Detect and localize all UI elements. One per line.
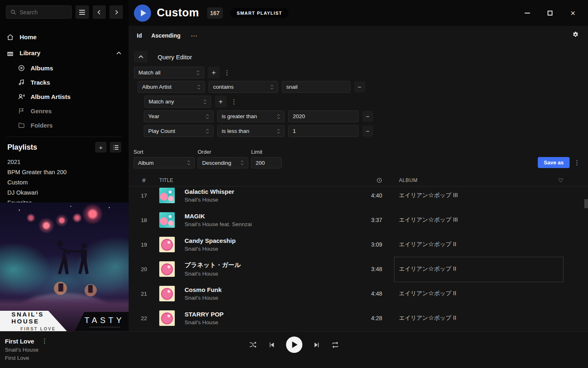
table-row[interactable]: 20 プラネット・ガールSnail’s House 3:48 エイリアン☆ポップ… (129, 257, 588, 281)
minus-icon: − (366, 128, 370, 135)
scrollbar-thumb[interactable] (584, 199, 588, 208)
rule-operator-select[interactable]: is less than (217, 125, 285, 137)
rule-value-input[interactable] (282, 81, 350, 93)
sidebar-item-folders[interactable]: Folders (18, 118, 121, 132)
plus-icon: + (219, 98, 223, 106)
minimize-button[interactable] (522, 8, 532, 18)
gear-icon[interactable] (572, 31, 579, 38)
track-artist: Snail’s House feat. Sennzai (185, 221, 360, 227)
rule-field-select[interactable]: Play Count (144, 125, 214, 137)
sidebar-item-tracks[interactable]: Tracks (18, 75, 121, 90)
sidebar-item-genres[interactable]: Genres (18, 104, 121, 118)
playlist-item[interactable]: 2021 (7, 157, 121, 167)
shuffle-icon[interactable] (249, 341, 257, 348)
playlist-item[interactable]: BPM Greater than 200 (7, 167, 121, 177)
table-row[interactable]: 21 Cosmo FunkSnail’s House 4:48 エイリアン☆ポッ… (129, 281, 588, 306)
playback-controls (249, 337, 339, 353)
limit-label: Limit (251, 149, 262, 155)
track-album: エイリアン☆ポップ III (385, 187, 574, 208)
track-title: MAGIK (185, 213, 360, 220)
sidebar-item-label: Genres (31, 108, 52, 114)
artist-icon (18, 93, 25, 100)
rule-field-select[interactable]: Year (144, 110, 214, 122)
track-number: 22 (129, 315, 159, 321)
select-caret-icon (187, 160, 190, 165)
track-number: 20 (129, 266, 159, 272)
close-icon: × (570, 9, 575, 17)
select-caret-icon (206, 129, 209, 134)
sort-direction-button[interactable]: Ascending (151, 32, 180, 39)
sidebar-toolbar (0, 0, 129, 19)
now-playing-menu-icon[interactable]: ⋮ (42, 337, 48, 345)
sidebar-item-album-artists[interactable]: Album Artists (18, 90, 121, 104)
chevron-up-icon[interactable] (116, 52, 121, 55)
column-duration[interactable] (360, 177, 385, 183)
rule-operator-select[interactable]: is greater than (217, 110, 285, 122)
play-playlist-button[interactable] (134, 4, 151, 22)
group-menu-icon[interactable]: ⋮ (230, 98, 238, 105)
now-playing-info: First Love ⋮ Snail’s House First Love (5, 337, 48, 361)
track-album: エイリアン☆ポップ III (385, 208, 574, 232)
forward-icon[interactable] (109, 5, 123, 19)
track-duration: 4:48 (360, 290, 385, 297)
remove-rule-button[interactable]: − (362, 126, 373, 137)
rule-operator-select[interactable]: contains (209, 81, 278, 93)
close-button[interactable]: × (568, 8, 578, 18)
folder-icon (18, 122, 25, 129)
playlist-item[interactable]: DJ Okawari (7, 187, 121, 197)
collapse-query-editor-button[interactable] (134, 51, 147, 63)
sidebar-item-albums[interactable]: Albums (18, 61, 121, 75)
sidebar-item-library[interactable]: Library (7, 45, 121, 61)
repeat-icon[interactable] (332, 341, 339, 348)
search-icon (10, 9, 16, 15)
sidebar-item-label: Album Artists (31, 93, 71, 100)
more-options-icon[interactable]: ⋯ (191, 32, 198, 40)
add-playlist-button[interactable]: + (95, 142, 107, 153)
maximize-button[interactable] (545, 8, 555, 18)
track-number: 17 (129, 193, 159, 199)
column-album[interactable]: ALBUM ♡ (385, 177, 574, 184)
select-caret-icon (197, 85, 200, 90)
table-row[interactable]: 19 Candy SpaceshipSnail’s House 3:09 エイリ… (129, 232, 588, 257)
sidebar-item-label: Tracks (31, 79, 50, 86)
sort-select[interactable]: Album (134, 157, 195, 168)
rule-field-select[interactable]: Album Artist (138, 81, 205, 93)
track-number: 18 (129, 217, 159, 223)
add-rule-button[interactable]: + (215, 96, 227, 108)
track-album: エイリアン☆ポップ II (385, 306, 574, 330)
table-row[interactable]: 22 STARRY POPSnail’s House 4:28 エイリアン☆ポッ… (129, 306, 588, 330)
match-mode-select[interactable]: Match any (144, 96, 211, 108)
add-rule-button[interactable]: + (208, 67, 220, 79)
group-menu-icon[interactable]: ⋮ (223, 69, 231, 76)
rule-value-input[interactable] (288, 125, 359, 137)
limit-input[interactable] (251, 157, 282, 168)
remove-rule-button[interactable]: − (354, 81, 365, 92)
rule-value-input[interactable] (288, 110, 359, 122)
back-icon[interactable] (93, 5, 106, 19)
menu-icon[interactable] (76, 5, 89, 19)
order-select[interactable]: Descending (198, 157, 248, 168)
now-playing-album-art: SNAIL'S HOUSE FIRST LOVE TASTY (0, 202, 129, 331)
table-row[interactable]: 18 MAGIKSnail’s House feat. Sennzai 3:37… (129, 208, 588, 232)
sidebar-item-home[interactable]: Home (7, 29, 121, 45)
track-number: 21 (129, 291, 159, 297)
album-art-label-sub-decoration (89, 327, 120, 328)
save-menu-icon[interactable]: ⋮ (573, 159, 581, 166)
heart-column-icon[interactable]: ♡ (558, 177, 574, 184)
save-as-button[interactable]: Save as (538, 157, 570, 168)
playlist-list-icon[interactable] (110, 142, 121, 153)
playlist-item[interactable]: Custom (7, 177, 121, 187)
sort-row-labels: Sort Order Limit (134, 149, 262, 155)
track-album-hovered-cell[interactable]: エイリアン☆ポップ II (385, 257, 574, 281)
search-box[interactable] (6, 5, 72, 19)
next-track-icon[interactable] (314, 341, 321, 348)
column-title[interactable]: TITLE (159, 177, 360, 183)
table-row[interactable]: 17 Galactic WhisperSnail’s House 4:40 エイ… (129, 187, 588, 208)
match-mode-select[interactable]: Match all (134, 67, 204, 79)
column-index[interactable]: # (129, 177, 159, 184)
remove-rule-button[interactable]: − (362, 111, 373, 122)
previous-track-icon[interactable] (268, 341, 275, 348)
search-input[interactable] (20, 9, 65, 16)
play-pause-button[interactable] (286, 337, 303, 353)
sort-field-button[interactable]: Id (137, 32, 142, 39)
